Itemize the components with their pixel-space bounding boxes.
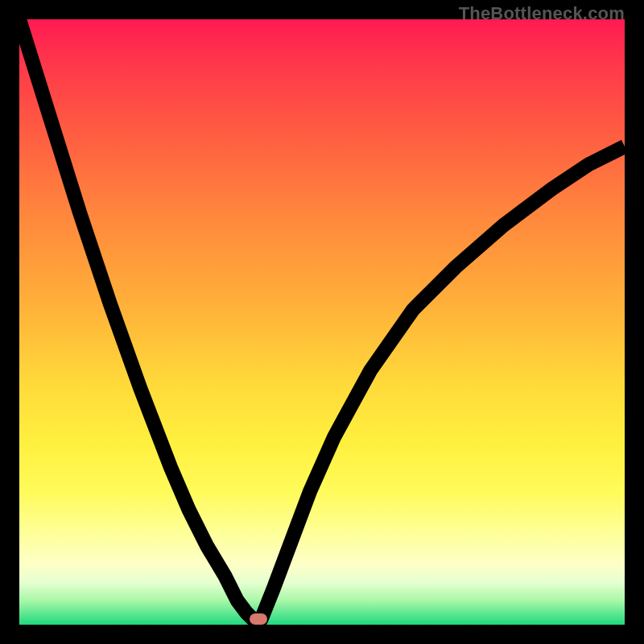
gradient-background (19, 19, 625, 625)
watermark-text: TheBottleneck.com (459, 3, 625, 24)
plot-area (19, 19, 625, 625)
bottleneck-marker (250, 613, 267, 625)
plot-frame (19, 19, 625, 625)
